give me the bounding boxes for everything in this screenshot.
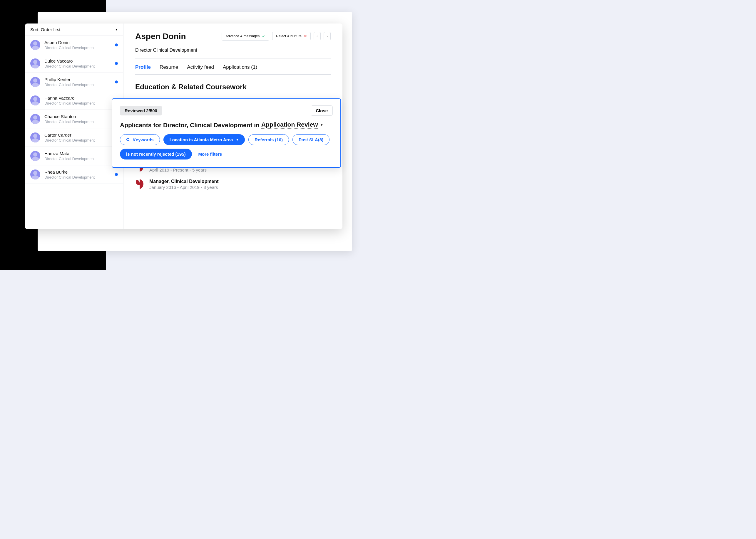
reject-button[interactable]: Reject & nurture ✕ bbox=[272, 32, 311, 40]
chip-label: Keywords bbox=[133, 137, 154, 142]
unread-dot-icon bbox=[115, 173, 118, 176]
candidate-name: Carter Carder bbox=[45, 132, 118, 137]
candidate-row[interactable]: Hamza MataDirector Clinical Development bbox=[25, 147, 123, 165]
check-icon: ✓ bbox=[262, 34, 265, 38]
chip-label: Past SLA(8) bbox=[299, 137, 323, 142]
avatar-icon bbox=[30, 132, 40, 142]
close-button[interactable]: Close bbox=[311, 106, 333, 116]
candidate-name: Hanna Vaccaro bbox=[45, 96, 118, 101]
chevron-down-icon: ▼ bbox=[320, 123, 323, 126]
candidate-title: Director Clinical Development bbox=[45, 64, 111, 68]
unread-dot-icon bbox=[115, 80, 118, 83]
stage-dropdown[interactable]: Application Review bbox=[261, 121, 318, 129]
candidate-row[interactable]: Carter CarderDirector Clinical Developme… bbox=[25, 128, 123, 147]
reject-label: Reject & nurture bbox=[276, 34, 302, 38]
candidate-row[interactable]: Dulce VaccaroDirector Clinical Developme… bbox=[25, 54, 123, 73]
candidate-title: Director Clinical Development bbox=[45, 138, 118, 142]
stage-label: Application Review bbox=[261, 121, 318, 128]
section-heading: Education & Related Coursework bbox=[135, 83, 331, 91]
sort-dropdown[interactable]: Sort: Order first ▼ bbox=[25, 24, 123, 36]
candidate-title: Director Clinical Development bbox=[45, 45, 111, 50]
candidate-title: Director Clinical Development bbox=[45, 119, 118, 124]
panel-title: Applicants for Director, Clinical Develo… bbox=[120, 121, 333, 129]
chip-location[interactable]: Location is Atlanta Metro Area ▼ bbox=[163, 134, 245, 145]
next-button[interactable]: › bbox=[324, 32, 331, 40]
sort-label: Sort: Order first bbox=[30, 27, 60, 32]
avatar-icon bbox=[30, 77, 40, 87]
candidate-text: Chance StantonDirector Clinical Developm… bbox=[45, 114, 118, 124]
chip-label: Referrals (10) bbox=[254, 137, 283, 142]
search-icon bbox=[126, 138, 130, 142]
chip-keywords[interactable]: Keywords bbox=[120, 134, 160, 145]
advance-label: Advance & messages bbox=[226, 34, 259, 38]
chevron-left-icon: ‹ bbox=[317, 35, 318, 38]
chevron-down-icon: ▼ bbox=[236, 138, 239, 141]
tab-resume[interactable]: Resume bbox=[160, 64, 178, 70]
chip-referrals[interactable]: Referrals (10) bbox=[248, 134, 289, 145]
divider bbox=[135, 58, 331, 58]
candidate-name: Phillip Kenter bbox=[45, 77, 111, 82]
detail-tabs: Profile Resume Activity feed Application… bbox=[135, 64, 331, 70]
candidate-text: Hamza MataDirector Clinical Development bbox=[45, 151, 111, 161]
candidate-name: Aspen Donin bbox=[135, 32, 197, 41]
avatar-icon bbox=[30, 114, 40, 124]
candidate-name: Hamza Mata bbox=[45, 151, 111, 156]
candidate-text: Dulce VaccaroDirector Clinical Developme… bbox=[45, 58, 111, 68]
candidate-text: Carter CarderDirector Clinical Developme… bbox=[45, 132, 118, 142]
candidate-title: Director Clinical Development bbox=[45, 157, 111, 161]
tab-applications[interactable]: Applications (1) bbox=[223, 64, 257, 70]
unread-dot-icon bbox=[115, 43, 118, 46]
tab-activity[interactable]: Activity feed bbox=[187, 64, 214, 70]
candidate-text: Rhea BurkeDirector Clinical Development bbox=[45, 170, 111, 180]
more-filters-link[interactable]: More filters bbox=[198, 152, 222, 157]
chip-label: Location is Atlanta Metro Area bbox=[170, 137, 233, 142]
candidate-text: Phillip KenterDirector Clinical Developm… bbox=[45, 77, 111, 87]
candidate-name: Dulce Vaccaro bbox=[45, 58, 111, 63]
candidate-text: Hanna VaccaroDirector Clinical Developme… bbox=[45, 96, 118, 106]
avatar-icon bbox=[30, 58, 40, 68]
chevron-right-icon: › bbox=[327, 35, 328, 38]
experience-role: Manager, Clinical Development bbox=[149, 179, 219, 184]
divider bbox=[135, 74, 331, 75]
candidate-title: Director Clinical Development bbox=[45, 83, 111, 87]
company-logo-icon bbox=[135, 179, 144, 190]
experience-dates: April 2019 - Present - 5 years bbox=[149, 167, 217, 173]
avatar-icon bbox=[30, 170, 40, 180]
candidate-name: Chance Stanton bbox=[45, 114, 118, 119]
chevron-down-icon: ▼ bbox=[115, 28, 118, 31]
candidate-row[interactable]: Aspen DoninDirector Clinical Development bbox=[25, 36, 123, 54]
candidate-row[interactable]: Hanna VaccaroDirector Clinical Developme… bbox=[25, 91, 123, 110]
experience-item: Manager, Clinical DevelopmentJanuary 201… bbox=[135, 179, 331, 190]
chip-label: is not recently rejected (195) bbox=[126, 152, 186, 157]
avatar-icon bbox=[30, 151, 40, 161]
prev-button[interactable]: ‹ bbox=[314, 32, 321, 40]
candidate-title: Director Clinical Development bbox=[45, 101, 118, 106]
tab-profile[interactable]: Profile bbox=[135, 64, 151, 70]
candidate-row[interactable]: Phillip KenterDirector Clinical Developm… bbox=[25, 73, 123, 91]
filter-panel: Reviewed 2/500 Close Applicants for Dire… bbox=[112, 98, 341, 168]
chip-past-sla[interactable]: Past SLA(8) bbox=[292, 134, 330, 145]
experience-dates: January 2016 - April 2019 - 3 years bbox=[149, 185, 219, 190]
avatar-icon bbox=[30, 40, 40, 50]
panel-title-text: Applicants for Director, Clinical Develo… bbox=[120, 121, 259, 129]
candidate-title: Director Clinical Development bbox=[45, 175, 111, 180]
candidate-row[interactable]: Chance StantonDirector Clinical Developm… bbox=[25, 110, 123, 128]
avatar-icon bbox=[30, 96, 40, 106]
close-icon: ✕ bbox=[304, 34, 307, 38]
chip-not-rejected[interactable]: is not recently rejected (195) bbox=[120, 149, 192, 160]
candidate-name: Rhea Burke bbox=[45, 170, 111, 175]
candidate-list: Aspen DoninDirector Clinical Development… bbox=[25, 36, 123, 229]
candidate-sidebar: Sort: Order first ▼ Aspen DoninDirector … bbox=[25, 24, 124, 229]
candidate-title: Director Clinical Development bbox=[135, 47, 197, 53]
candidate-name: Aspen Donin bbox=[45, 40, 111, 45]
reviewed-badge: Reviewed 2/500 bbox=[120, 106, 162, 116]
advance-button[interactable]: Advance & messages ✓ bbox=[222, 32, 269, 40]
svg-line-1 bbox=[129, 140, 130, 141]
action-bar: Advance & messages ✓ Reject & nurture ✕ … bbox=[222, 32, 331, 40]
experience-text: Manager, Clinical DevelopmentJanuary 201… bbox=[149, 179, 219, 190]
candidate-text: Aspen DoninDirector Clinical Development bbox=[45, 40, 111, 50]
unread-dot-icon bbox=[115, 62, 118, 65]
filter-chips: Keywords Location is Atlanta Metro Area … bbox=[120, 134, 333, 160]
svg-point-0 bbox=[127, 138, 129, 140]
candidate-row[interactable]: Rhea BurkeDirector Clinical Development bbox=[25, 165, 123, 184]
